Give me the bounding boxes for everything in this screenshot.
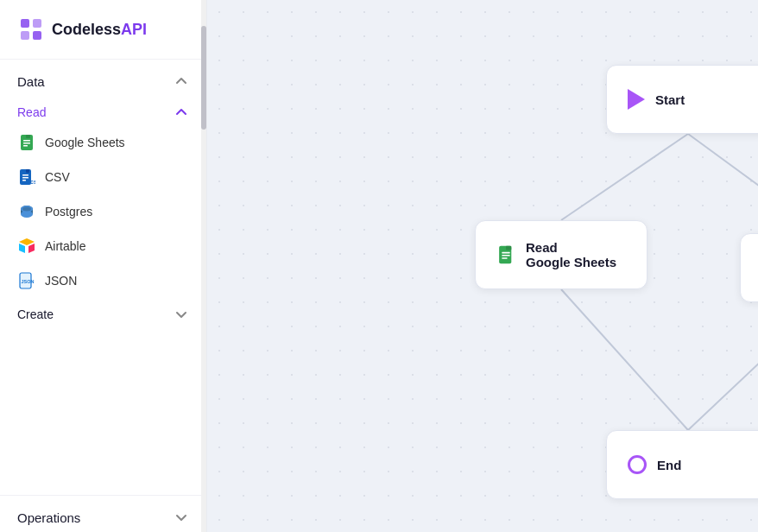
section-data-header[interactable]: Data	[0, 60, 206, 96]
subsection-read-header[interactable]: Read	[0, 96, 206, 125]
json-icon: JSON	[17, 271, 36, 290]
section-operations: Operations	[0, 495, 206, 532]
node-google-sheets-icon	[496, 245, 515, 264]
svg-rect-31	[502, 252, 509, 254]
sidebar-item-airtable[interactable]: Airtable	[0, 229, 206, 263]
svg-line-26	[561, 134, 688, 220]
section-operations-label: Operations	[17, 510, 80, 525]
node-end-text: End	[657, 458, 681, 472]
svg-rect-11	[22, 177, 28, 179]
scrollbar-track	[201, 0, 206, 532]
section-data-label: Data	[17, 74, 45, 89]
scrollbar-thumb[interactable]	[201, 26, 206, 130]
chevron-down-icon-operations	[174, 510, 189, 525]
node-start-text: Start	[655, 92, 685, 107]
section-operations-header[interactable]: Operations	[0, 496, 206, 532]
svg-line-29	[688, 302, 758, 430]
svg-rect-7	[23, 145, 28, 147]
svg-point-19	[22, 207, 31, 212]
logo-text: CodelessAPI	[52, 21, 147, 39]
svg-rect-5	[23, 140, 30, 142]
logo: CodelessAPI	[0, 0, 206, 60]
svg-rect-10	[22, 174, 28, 176]
svg-text:csv: csv	[30, 179, 35, 185]
sidebar-item-postgres-label: Postgres	[45, 205, 92, 218]
svg-rect-0	[21, 19, 29, 28]
end-circle-icon	[628, 455, 647, 474]
node-read-sheets-label: Read Google Sheets	[526, 240, 616, 269]
svg-rect-8	[26, 135, 30, 138]
canvas: Start Read Google Sheets	[207, 0, 758, 532]
svg-rect-32	[502, 255, 509, 256]
subsection-create-header[interactable]: Create	[0, 298, 206, 327]
subsection-read-label: Read	[17, 105, 46, 119]
node-end[interactable]: End	[606, 430, 758, 499]
svg-line-27	[688, 134, 758, 233]
node-start-label: Start	[655, 92, 685, 107]
sidebar-item-google-sheets-label: Google Sheets	[45, 136, 125, 149]
svg-rect-12	[22, 180, 26, 181]
sidebar-item-google-sheets[interactable]: Google Sheets	[0, 125, 206, 160]
svg-text:JSON: JSON	[22, 279, 35, 284]
chevron-down-icon-create	[174, 307, 189, 322]
sidebar-item-airtable-label: Airtable	[45, 239, 85, 253]
subsection-create: Create	[0, 298, 206, 327]
sidebar: CodelessAPI Data Read	[0, 0, 207, 532]
csv-icon: csv	[17, 168, 36, 187]
svg-rect-1	[33, 19, 41, 28]
google-sheets-icon	[17, 133, 36, 152]
subsection-create-label: Create	[17, 307, 54, 321]
logo-icon	[17, 16, 45, 43]
svg-rect-6	[23, 142, 30, 144]
sidebar-item-json-label: JSON	[45, 274, 77, 288]
node-end-label: End	[657, 458, 681, 472]
section-data: Data Read	[0, 60, 206, 327]
node-read-airtable[interactable]: Read Airtable	[740, 233, 758, 302]
postgres-icon	[17, 202, 36, 221]
play-icon	[628, 89, 645, 110]
node-read-sheets-line1: Read	[526, 240, 616, 255]
sidebar-item-csv[interactable]: csv CSV	[0, 160, 206, 194]
sidebar-item-postgres[interactable]: Postgres	[0, 194, 206, 229]
chevron-up-icon	[174, 73, 189, 89]
svg-marker-21	[19, 244, 25, 253]
svg-rect-13	[26, 169, 29, 173]
chevron-up-icon-read	[174, 104, 189, 120]
svg-marker-22	[28, 244, 35, 253]
svg-rect-33	[502, 257, 507, 259]
svg-rect-3	[33, 31, 41, 40]
svg-rect-2	[21, 31, 29, 40]
svg-line-28	[561, 289, 688, 430]
svg-marker-20	[19, 238, 35, 245]
sidebar-item-csv-label: CSV	[45, 170, 70, 184]
node-start[interactable]: Start	[606, 65, 758, 134]
airtable-icon	[17, 237, 36, 256]
subsection-read: Read Google Sheets	[0, 96, 206, 298]
node-read-sheets-line2: Google Sheets	[526, 255, 616, 269]
svg-rect-34	[506, 246, 511, 250]
sidebar-item-json[interactable]: JSON JSON	[0, 263, 206, 298]
node-read-google-sheets[interactable]: Read Google Sheets	[475, 220, 647, 289]
